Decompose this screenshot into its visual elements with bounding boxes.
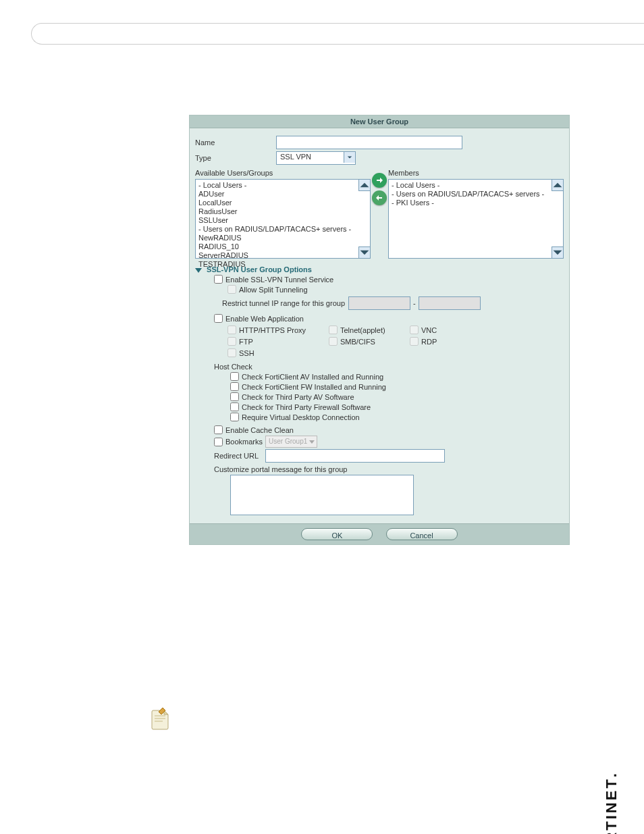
ftp-checkbox[interactable] (227, 337, 236, 346)
list-item[interactable]: - Local Users - (392, 181, 551, 190)
list-item[interactable]: - PKI Users - (392, 199, 551, 207)
members-listbox[interactable]: - Local Users -- Users on RADIUS/LDAP/TA… (388, 179, 564, 259)
portal-msg-label: Customize portal message for this group (214, 465, 564, 473)
list-item[interactable]: RADIUS_10 (198, 242, 358, 251)
name-input[interactable] (276, 136, 462, 149)
remove-arrow-left-icon[interactable] (372, 190, 387, 205)
list-item[interactable]: ServerRADIUS (198, 251, 358, 260)
panel-title: New User Group (190, 115, 569, 128)
smb-checkbox[interactable] (329, 337, 338, 346)
cache-clean-checkbox[interactable] (214, 425, 223, 434)
enable-tunnel-label: Enable SSL-VPN Tunnel Service (225, 276, 333, 284)
redirect-url-input[interactable] (265, 449, 445, 463)
ssh-checkbox[interactable] (227, 348, 236, 357)
list-item[interactable]: - Users on RADIUS/LDAP/TACACS+ servers - (392, 190, 551, 199)
bookmarks-checkbox[interactable] (214, 438, 223, 446)
telnet-checkbox[interactable] (329, 325, 338, 334)
available-listbox[interactable]: - Local Users -ADUserLocalUserRadiusUser… (195, 179, 371, 259)
hc-av-checkbox[interactable] (230, 372, 239, 381)
redirect-url-label: Redirect URL (214, 452, 265, 460)
allow-split-label: Allow Split Tunneling (239, 286, 308, 294)
scroll-down-icon[interactable] (358, 246, 370, 258)
list-item[interactable]: LocalUser (198, 199, 358, 207)
hc-tp-av-checkbox[interactable] (230, 392, 239, 401)
ip-range-dash: - (413, 299, 416, 307)
type-select[interactable]: SSL VPN (276, 151, 356, 165)
enable-web-checkbox[interactable] (214, 314, 223, 323)
list-item[interactable]: TESTRADIUS (198, 260, 358, 269)
hc-vd-checkbox[interactable] (230, 413, 239, 421)
list-item[interactable]: RadiusUser (198, 207, 358, 216)
scroll-up-icon[interactable] (358, 180, 370, 191)
cancel-button[interactable]: Cancel (386, 528, 458, 540)
list-item[interactable]: NewRADIUS (198, 234, 358, 242)
bookmarks-label: Bookmarks (225, 438, 263, 446)
ok-button[interactable]: OK (301, 528, 373, 540)
list-item[interactable]: - Local Users - (198, 181, 358, 190)
portal-msg-textarea[interactable] (230, 475, 414, 515)
note-icon (148, 706, 172, 731)
name-label: Name (195, 138, 276, 147)
list-item[interactable]: ADUser (198, 190, 358, 199)
restrict-ip-label: Restrict tunnel IP range for this group (222, 299, 345, 307)
enable-tunnel-checkbox[interactable] (214, 275, 223, 284)
allow-split-checkbox[interactable] (227, 285, 236, 294)
available-label: Available Users/Groups (195, 169, 371, 177)
http-checkbox[interactable] (227, 325, 236, 334)
page-top-bar (31, 23, 644, 45)
vnc-checkbox[interactable] (410, 325, 419, 334)
list-item[interactable]: SSLUser (198, 216, 358, 225)
scroll-up-icon[interactable] (552, 180, 563, 191)
type-label: Type (195, 154, 276, 162)
add-arrow-right-icon[interactable] (372, 173, 387, 188)
list-item[interactable]: - Users on RADIUS/LDAP/TACACS+ servers - (198, 225, 358, 234)
scroll-down-icon[interactable] (552, 246, 563, 258)
new-user-group-panel: New User Group Name Type SSL VPN Availab… (189, 115, 570, 545)
ip-to-input[interactable] (419, 296, 481, 310)
enable-web-label: Enable Web Application (225, 315, 304, 323)
chevron-down-icon[interactable] (344, 152, 355, 163)
hostcheck-label: Host Check (214, 363, 564, 371)
hc-tp-fw-checkbox[interactable] (230, 402, 239, 411)
rdp-checkbox[interactable] (410, 337, 419, 346)
ip-from-input[interactable] (348, 296, 410, 310)
fortinet-logo: FRTINET. (603, 773, 620, 834)
bookmarks-select[interactable]: User Group1 (265, 436, 317, 448)
hc-fw-checkbox[interactable] (230, 382, 239, 391)
members-label: Members (388, 169, 564, 177)
